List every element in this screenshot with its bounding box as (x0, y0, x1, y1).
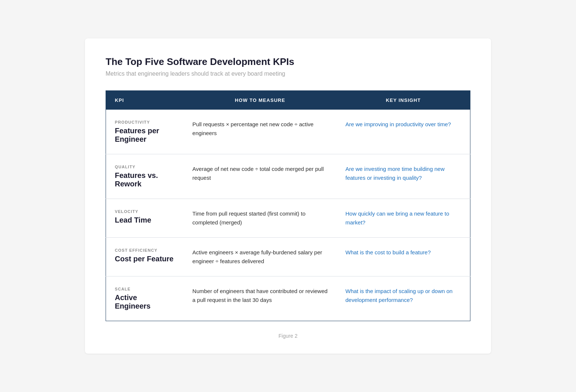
kpi-cell-3: COST EFFICIENCY Cost per Feature (106, 238, 184, 276)
kpi-category-2: VELOCITY (115, 209, 175, 214)
measure-cell-3: Active engineers × average fully-burdene… (184, 238, 336, 276)
insight-text-4: What is the impact of scaling up or down… (346, 288, 453, 303)
table-row: SCALE Active Engineers Number of enginee… (106, 276, 470, 321)
measure-cell-2: Time from pull request started (first co… (184, 199, 336, 238)
measure-text-1: Average of net new code ÷ total code mer… (192, 166, 324, 181)
table-row: PRODUCTIVITY Features per Engineer Pull … (106, 110, 470, 154)
page-subtitle: Metrics that engineering leaders should … (106, 71, 470, 77)
figure-caption: Figure 2 (106, 333, 470, 339)
insight-cell-3: What is the cost to build a feature? (337, 238, 470, 276)
table-row: QUALITY Features vs. Rework Average of n… (106, 154, 470, 199)
insight-text-0: Are we improving in productivity over ti… (346, 121, 451, 127)
measure-cell-4: Number of engineers that have contribute… (184, 276, 336, 321)
kpi-cell-0: PRODUCTIVITY Features per Engineer (106, 110, 184, 154)
measure-cell-0: Pull requests × percentage net new code … (184, 110, 336, 154)
kpi-name-4: Active Engineers (115, 293, 175, 310)
kpi-category-4: SCALE (115, 287, 175, 291)
measure-text-2: Time from pull request started (first co… (192, 210, 305, 226)
insight-text-3: What is the cost to build a feature? (346, 249, 431, 255)
measure-text-0: Pull requests × percentage net new code … (192, 121, 313, 136)
insight-cell-4: What is the impact of scaling up or down… (337, 276, 470, 321)
insight-text-2: How quickly can we bring a new feature t… (346, 210, 449, 226)
kpi-category-0: PRODUCTIVITY (115, 120, 175, 124)
col-header-kpi: KPI (106, 91, 184, 110)
measure-text-4: Number of engineers that have contribute… (192, 288, 328, 303)
main-card: The Top Five Software Development KPIs M… (85, 38, 491, 354)
insight-text-1: Are we investing more time building new … (346, 166, 445, 181)
kpi-cell-4: SCALE Active Engineers (106, 276, 184, 321)
kpi-name-1: Features vs. Rework (115, 171, 175, 188)
kpi-cell-2: VELOCITY Lead Time (106, 199, 184, 238)
page-title: The Top Five Software Development KPIs (106, 56, 470, 68)
table-row: COST EFFICIENCY Cost per Feature Active … (106, 238, 470, 276)
kpi-category-1: QUALITY (115, 165, 175, 169)
table-row: VELOCITY Lead Time Time from pull reques… (106, 199, 470, 238)
table-header-row: KPI HOW TO MEASURE KEY INSIGHT (106, 91, 470, 110)
kpi-name-2: Lead Time (115, 216, 175, 224)
insight-cell-1: Are we investing more time building new … (337, 154, 470, 199)
insight-cell-0: Are we improving in productivity over ti… (337, 110, 470, 154)
measure-text-3: Active engineers × average fully-burdene… (192, 249, 322, 264)
kpi-name-0: Features per Engineer (115, 127, 175, 144)
insight-cell-2: How quickly can we bring a new feature t… (337, 199, 470, 238)
col-header-measure: HOW TO MEASURE (184, 91, 336, 110)
col-header-insight: KEY INSIGHT (337, 91, 470, 110)
kpi-name-3: Cost per Feature (115, 255, 175, 263)
kpi-category-3: COST EFFICIENCY (115, 248, 175, 252)
kpi-table: KPI HOW TO MEASURE KEY INSIGHT PRODUCTIV… (106, 90, 470, 321)
kpi-cell-1: QUALITY Features vs. Rework (106, 154, 184, 199)
measure-cell-1: Average of net new code ÷ total code mer… (184, 154, 336, 199)
